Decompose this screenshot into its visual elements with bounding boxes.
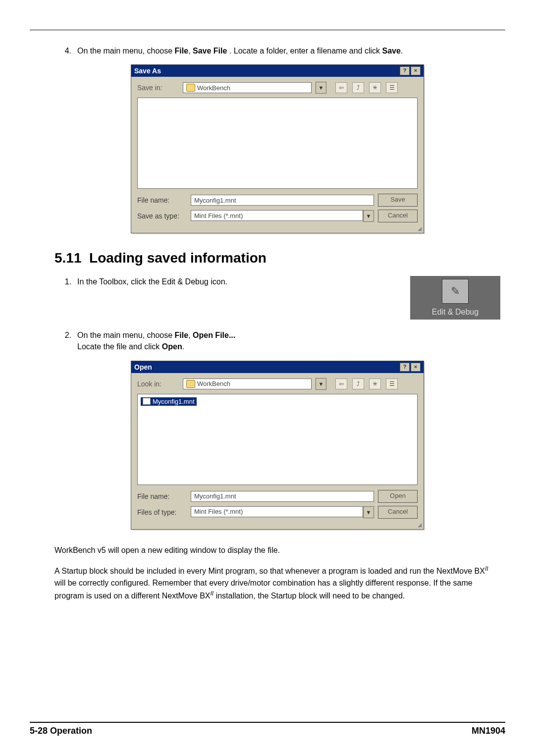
dialog-titlebar: Save As ? × — [131, 65, 424, 77]
step-1-number: 1. — [54, 276, 77, 287]
cancel-button[interactable]: Cancel — [378, 210, 418, 222]
footer-right: MN1904 — [472, 726, 505, 736]
new-folder-icon[interactable]: ✳ — [369, 82, 381, 93]
help-button[interactable]: ? — [400, 363, 410, 372]
save-button[interactable]: Save — [378, 194, 418, 207]
save-type-label: Save as type: — [137, 212, 187, 220]
file-list[interactable] — [137, 98, 418, 189]
look-in-combo[interactable]: WorkBench — [183, 378, 312, 389]
footer-left: 5-28 Operation — [30, 726, 92, 736]
section-heading: 5.11 Loading saved information — [54, 250, 500, 266]
help-button[interactable]: ? — [400, 66, 410, 75]
dialog-titlebar: Open ? × — [131, 361, 424, 373]
back-icon[interactable]: ⇦ — [335, 378, 347, 389]
file-icon — [143, 398, 151, 405]
step-2: 2. On the main menu, choose File, Open F… — [54, 329, 500, 352]
top-rule — [30, 30, 505, 30]
close-button[interactable]: × — [411, 66, 421, 75]
step-4: 4. On the main menu, choose File, Save F… — [54, 45, 500, 56]
file-type-combo[interactable]: Mint Files (*.mnt) ▼ — [191, 506, 374, 518]
step-4-text: On the main menu, choose File, Save File… — [77, 45, 500, 56]
dialog-title: Open — [134, 363, 152, 371]
dropdown-arrow-icon[interactable]: ▼ — [363, 506, 374, 518]
step-2-number: 2. — [54, 329, 77, 352]
up-folder-icon[interactable]: ⤴ — [352, 378, 364, 389]
filename-input[interactable]: Myconfig1.mnt — [191, 195, 374, 206]
dialog-title: Save As — [134, 67, 161, 75]
paragraph-1: WorkBench v5 will open a new editing win… — [54, 544, 500, 556]
resize-grip-icon[interactable]: ◢ — [131, 522, 424, 529]
up-folder-icon[interactable]: ⤴ — [352, 82, 364, 93]
paragraph-2: A Startup block should be included in ev… — [54, 564, 500, 602]
footer-rule — [30, 722, 505, 723]
filename-label: File name: — [137, 196, 187, 204]
edit-debug-label: Edit & Debug — [432, 308, 479, 317]
step-1-text: In the Toolbox, click the Edit & Debug i… — [77, 276, 400, 287]
view-menu-icon[interactable]: ☰ — [386, 82, 398, 93]
file-list[interactable]: Myconfig1.mnt — [137, 394, 418, 485]
close-button[interactable]: × — [411, 363, 421, 372]
view-menu-icon[interactable]: ☰ — [386, 378, 398, 389]
step-4-number: 4. — [54, 45, 77, 56]
open-button[interactable]: Open — [378, 490, 418, 503]
new-folder-icon[interactable]: ✳ — [369, 378, 381, 389]
dropdown-arrow-icon[interactable]: ▼ — [363, 210, 374, 222]
edit-debug-tool-chip[interactable]: ✎ Edit & Debug — [410, 276, 500, 320]
folder-icon — [186, 84, 195, 92]
file-item-selected[interactable]: Myconfig1.mnt — [141, 397, 197, 406]
dropdown-arrow-icon[interactable]: ▼ — [316, 378, 326, 390]
step-2-text: On the main menu, choose File, Open File… — [77, 329, 500, 352]
folder-icon — [186, 380, 195, 388]
edit-debug-icon: ✎ — [442, 279, 469, 304]
page-footer: 5-28 Operation MN1904 — [30, 718, 505, 736]
filename-label: File name: — [137, 492, 187, 500]
cancel-button[interactable]: Cancel — [378, 506, 418, 519]
resize-grip-icon[interactable]: ◢ — [131, 225, 424, 233]
file-type-label: Files of type: — [137, 508, 187, 516]
save-as-dialog: Save As ? × Save in: WorkBench ▼ — [131, 64, 424, 233]
look-in-label: Look in: — [137, 380, 179, 388]
dropdown-arrow-icon[interactable]: ▼ — [316, 82, 326, 94]
save-type-combo[interactable]: Mint Files (*.mnt) ▼ — [191, 210, 374, 222]
back-icon[interactable]: ⇦ — [335, 82, 347, 93]
save-in-combo[interactable]: WorkBench — [183, 82, 312, 93]
open-dialog: Open ? × Look in: WorkBench ▼ — [131, 361, 424, 530]
save-in-label: Save in: — [137, 84, 179, 92]
filename-input[interactable]: Myconfig1.mnt — [191, 491, 374, 502]
